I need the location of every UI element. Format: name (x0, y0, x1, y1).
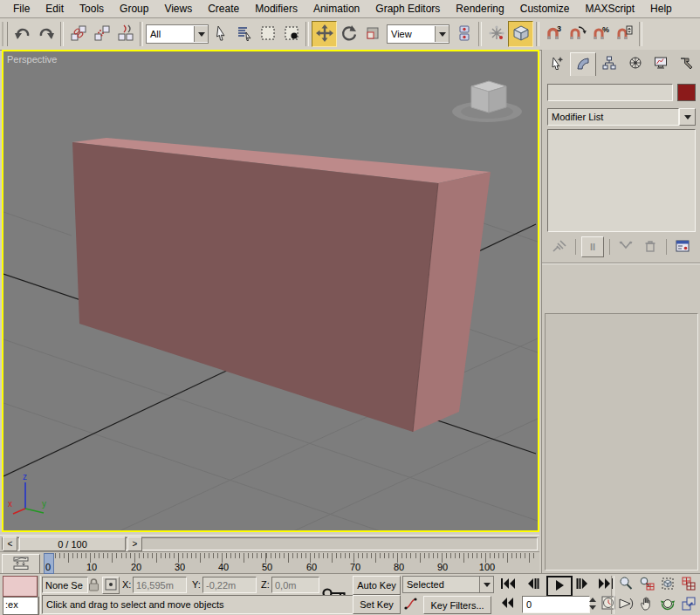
zoom-extents-button[interactable] (658, 576, 677, 593)
axis-z-label: z (23, 472, 27, 482)
next-frame-button[interactable] (573, 577, 592, 592)
menu-graph-editors[interactable]: Graph Editors (367, 1, 448, 17)
unlink-selection-button[interactable] (90, 22, 113, 46)
zoom-extents-all-button[interactable] (679, 576, 698, 593)
time-slider-button[interactable]: 0 / 100 (19, 536, 126, 551)
modifier-list-dropdown[interactable]: Modifier List (547, 108, 696, 126)
rectangular-selection-region-button[interactable] (256, 22, 279, 46)
menu-file[interactable]: File (5, 1, 38, 17)
snap-toggle-3d-button[interactable]: 3 (542, 22, 566, 46)
menu-group[interactable]: Group (112, 1, 156, 17)
select-and-link-button[interactable] (66, 22, 90, 46)
macro-recorder-pane[interactable] (3, 576, 38, 597)
undo-button[interactable] (10, 22, 34, 46)
configure-modifier-sets-button[interactable] (672, 237, 693, 256)
perspective-viewport[interactable]: z x y Perspective (2, 50, 539, 532)
maximize-viewport-toggle-button[interactable] (679, 596, 698, 613)
box-front-face[interactable] (72, 142, 438, 432)
tab-modify[interactable] (570, 52, 596, 76)
box-object[interactable] (72, 138, 491, 432)
percent-snap-toggle-button[interactable]: % (589, 22, 613, 46)
toolbar-handle[interactable] (2, 22, 8, 46)
object-color-swatch[interactable] (677, 84, 696, 101)
previous-frame-button[interactable] (524, 577, 543, 592)
tab-create[interactable] (545, 52, 569, 75)
x-coord-field[interactable]: 16,595m (133, 577, 187, 593)
zoom-all-button[interactable] (637, 576, 656, 593)
select-and-manipulate-button[interactable] (484, 22, 508, 46)
y-coord-field[interactable]: -0,22m (202, 577, 257, 593)
field-of-view-button[interactable] (616, 596, 635, 613)
snaps-toggle-button[interactable] (508, 21, 533, 47)
selection-filter-dropdown[interactable]: All (146, 24, 209, 44)
menu-modifiers[interactable]: Modifiers (247, 1, 305, 17)
remove-modifier-button[interactable] (640, 237, 661, 256)
menu-views[interactable]: Views (156, 1, 200, 17)
show-end-result-button[interactable]: II (581, 236, 604, 257)
time-type-value: Selected (407, 579, 444, 590)
display-icon (654, 56, 668, 72)
play-icon (554, 580, 565, 592)
menu-create[interactable]: Create (200, 1, 247, 17)
reference-coordsys-dropdown[interactable]: View (387, 24, 450, 44)
arc-rotate-button[interactable] (658, 596, 677, 613)
menu-animation[interactable]: Animation (305, 1, 367, 17)
configure-icon (675, 239, 690, 255)
current-frame-field[interactable]: 0 (522, 596, 590, 613)
listener-pane[interactable]: :ex (3, 597, 39, 615)
menu-customize[interactable]: Customize (512, 1, 578, 17)
select-object-button[interactable] (209, 22, 232, 46)
key-filters-button[interactable]: Key Filters... (423, 596, 491, 614)
hierarchy-icon (602, 56, 616, 72)
separator (609, 239, 610, 255)
modifier-list-arrow[interactable] (679, 108, 696, 126)
pan-button[interactable] (637, 596, 656, 613)
menu-rendering[interactable]: Rendering (448, 1, 511, 17)
default-in-out-tangents-button[interactable] (402, 596, 420, 612)
angle-snap-toggle-button[interactable] (566, 22, 589, 46)
menu-tools[interactable]: Tools (72, 1, 112, 17)
mini-curve-editor-icon (12, 557, 30, 572)
time-slider-prev-button[interactable]: < (3, 536, 17, 551)
zoom-button[interactable] (616, 576, 635, 593)
menu-edit[interactable]: Edit (38, 1, 72, 17)
create-icon (550, 56, 564, 72)
time-type-dropdown[interactable]: Selected (402, 576, 494, 593)
select-and-scale-button[interactable] (360, 22, 384, 46)
select-by-name-button[interactable] (232, 22, 256, 46)
tab-utilities[interactable] (674, 52, 698, 75)
redo-button[interactable] (34, 22, 58, 46)
viewcube[interactable] (452, 81, 522, 122)
time-slider-next-button[interactable]: > (127, 536, 142, 551)
pin-stack-button[interactable] (549, 237, 570, 256)
open-mini-curve-editor-button[interactable] (2, 554, 40, 574)
window-crossing-toggle-button[interactable] (279, 22, 303, 46)
z-coord-field[interactable]: 0,0m (271, 577, 319, 593)
magnet-spinner-icon (616, 24, 634, 44)
auto-key-button[interactable]: Auto Key (353, 576, 401, 595)
make-unique-button[interactable] (615, 237, 636, 256)
y-coord-label: Y: (192, 579, 201, 590)
menu-maxscript[interactable]: MAXScript (577, 1, 642, 17)
bind-to-space-warp-button[interactable] (113, 22, 137, 46)
tab-motion[interactable] (623, 52, 648, 75)
spinner-snap-toggle-button[interactable] (613, 22, 636, 46)
track-bar[interactable]: 0 10 20 30 40 50 60 70 80 90 100 (0, 551, 539, 574)
use-pivot-point-center-button[interactable] (452, 22, 476, 46)
select-and-move-button[interactable] (312, 21, 337, 47)
key-mode-toggle-button[interactable] (498, 596, 517, 612)
set-key-button[interactable]: Set Key (353, 595, 401, 614)
modifier-stack-list[interactable] (547, 129, 696, 232)
frame-spinner[interactable] (587, 596, 598, 612)
object-name-field[interactable] (547, 84, 673, 101)
tab-display[interactable] (649, 52, 673, 75)
viewport-label[interactable]: Perspective (7, 54, 57, 65)
magnet-angle-icon (569, 24, 587, 44)
menu-help[interactable]: Help (642, 1, 680, 17)
selection-lock-toggle[interactable] (87, 577, 100, 593)
tab-hierarchy[interactable] (597, 52, 621, 75)
absolute-offset-mode-toggle[interactable] (102, 577, 120, 594)
play-button[interactable] (546, 576, 573, 597)
select-and-rotate-button[interactable] (337, 22, 360, 46)
go-to-start-button[interactable] (498, 577, 518, 592)
